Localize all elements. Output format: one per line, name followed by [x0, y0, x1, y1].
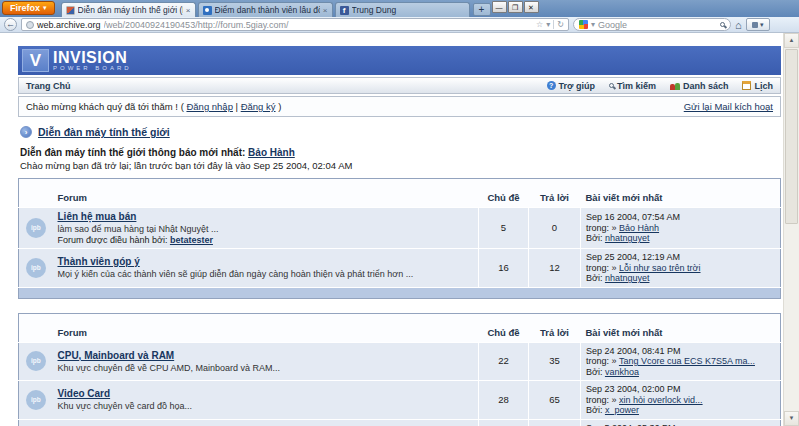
tab-diem-danh[interactable]: Điểm danh thành viên lâu đời nhất 5 giây… [198, 2, 333, 17]
close-button[interactable]: ✕ [524, 1, 539, 13]
tab-favicon [66, 6, 75, 15]
forum-description: Mọi ý kiến của các thành viên sẽ giúp di… [58, 269, 474, 279]
welcome-message: Chào mừng khách quý đã tới thăm ! ( [26, 101, 184, 112]
breadcrumb-home-link[interactable]: Trang Chủ [26, 81, 71, 91]
help-label: Trợ giúp [559, 81, 595, 91]
browser-navbar: ← web.archive.org /web/20040924190453/ht… [0, 17, 799, 33]
scroll-down-icon[interactable]: ▼ [784, 411, 799, 426]
forum-status-icon: ipb [26, 390, 46, 410]
by-label: Bởi: [586, 405, 602, 415]
in-label: trong: » [586, 395, 617, 405]
news-block: Diễn đàn máy tính thế giới thông báo mới… [18, 147, 781, 171]
home-icon[interactable]: ⌂ [735, 19, 742, 31]
forum-link[interactable]: CPU, Mainboard và RAM [58, 350, 175, 361]
login-link[interactable]: Đăng nhập [186, 101, 232, 112]
help-link[interactable]: ? Trợ giúp [547, 81, 595, 91]
last-post-date: Sep 5 2004, 05:36 PM [586, 423, 775, 426]
members-link[interactable]: Danh sách [670, 81, 729, 91]
search-engine-dropdown-icon[interactable]: ▾ [591, 20, 595, 29]
new-tab-button[interactable]: + [473, 3, 491, 16]
facebook-icon: f [340, 6, 349, 15]
forum-category-table-2: Forum Chủ đề Trả lời Bài viết mới nhất i… [18, 313, 781, 426]
search-link[interactable]: Tìm kiếm [609, 81, 656, 91]
tab-close-icon[interactable]: × [186, 6, 191, 15]
forum-link[interactable]: Thành viên góp ý [58, 256, 140, 267]
column-header-replies: Trả lời [529, 179, 581, 208]
window-controls: — ❐ ✕ [491, 1, 539, 13]
invision-v-icon: V [22, 49, 49, 72]
search-icon[interactable] [720, 22, 725, 27]
logo-tagline: POWER BOARD [53, 65, 132, 71]
search-icon [609, 83, 614, 88]
table-footer-bar [19, 287, 781, 298]
calendar-link[interactable]: Lịch [742, 81, 773, 91]
google-logo-icon[interactable] [579, 20, 588, 29]
last-post-date: Sep 24 2004, 08:41 PM [586, 346, 775, 357]
last-topic-link[interactable]: Lỗi như sao trên trời [619, 263, 700, 273]
last-post-date: Sep 25 2004, 12:19 AM [586, 252, 775, 263]
search-placeholder: Google [598, 20, 717, 30]
table-row: ipb Video Card Khu vực chuyên về card đồ… [19, 381, 781, 420]
forum-status-icon: ipb [26, 258, 46, 278]
bookmark-star-icon[interactable]: ☆ [536, 20, 543, 29]
moderator-link[interactable]: betatester [170, 235, 213, 245]
scrollbar-thumb[interactable] [785, 49, 798, 224]
last-post-date: Sep 16 2004, 07:54 AM [586, 212, 775, 223]
forum-description: làm sao để mua hàng tại Nhật Nguyệt ... [58, 224, 474, 234]
bookmarks-icon [752, 22, 758, 28]
last-poster-link[interactable]: nhatnguyet [605, 273, 650, 283]
forum-link[interactable]: Liên hệ mua bán [58, 211, 137, 222]
last-topic-link[interactable]: xin hỏi overlock vid... [619, 395, 703, 405]
divider [553, 20, 554, 29]
tab-title: Trung Dung [352, 5, 465, 15]
table-row: ipb Hỏi và Đáp Các vấn đề chung liên qua… [19, 419, 781, 426]
replies-count: 23 [529, 419, 581, 426]
last-topic-link[interactable]: Tang Vcore cua ECS K7S5A ma... [619, 356, 755, 366]
last-poster-link[interactable]: x_power [605, 405, 639, 415]
last-poster-link[interactable]: nhatnguyet [605, 233, 650, 243]
firefox-menu-label: Firefox [10, 3, 40, 13]
site-identity-icon[interactable] [26, 21, 34, 29]
help-icon: ? [547, 81, 556, 90]
url-dropdown-icon[interactable]: ▾ [546, 20, 550, 29]
topics-count: 28 [479, 381, 529, 420]
last-post-date: Sep 23 2004, 02:00 PM [586, 384, 775, 395]
tab-facebook[interactable]: f Trung Dung [335, 2, 470, 17]
forum-category-table-1: Forum Chủ đề Trả lời Bài viết mới nhất i… [18, 178, 781, 299]
chevron-down-icon: ▾ [43, 4, 47, 12]
maximize-button[interactable]: ❐ [508, 1, 523, 13]
replies-count: 0 [529, 208, 581, 249]
bookmarks-menu-button[interactable]: ▾ [746, 18, 770, 31]
invision-logo[interactable]: V INVISION POWER BOARD [22, 49, 132, 72]
scroll-up-icon[interactable]: ▲ [784, 33, 799, 48]
column-header-forum: Forum [53, 313, 479, 342]
table-row: ipb Thành viên góp ý Mọi ý kiến của các … [19, 249, 781, 288]
topics-count: 5 [479, 208, 529, 249]
moderator-label: Forum được điều hành bởi: [58, 235, 168, 245]
replies-count: 65 [529, 381, 581, 420]
search-input[interactable]: ▾ Google [573, 18, 731, 31]
last-topic-link[interactable]: Bảo Hành [619, 223, 659, 233]
url-host: web.archive.org [37, 20, 101, 30]
tab-close-icon[interactable]: × [323, 6, 328, 15]
column-header-lastpost: Bài viết mới nhất [581, 313, 781, 342]
news-label: Diễn đàn máy tính thế giới thông báo mới… [20, 147, 245, 158]
calendar-label: Lịch [754, 81, 773, 91]
topics-count: 16 [479, 249, 529, 288]
register-link[interactable]: Đăng ký [241, 101, 276, 112]
url-bar[interactable]: web.archive.org /web/20040924190453/http… [21, 18, 569, 31]
minimize-button[interactable]: — [492, 1, 507, 13]
board-home-link[interactable]: Diễn đàn máy tính thế giới [38, 126, 170, 138]
board-bullet-icon: › [20, 126, 32, 138]
resend-activation-link[interactable]: Gửi lại Mail kích hoạt [684, 101, 773, 112]
news-link[interactable]: Bảo Hành [248, 147, 295, 158]
firefox-menu-button[interactable]: Firefox ▾ [2, 1, 55, 15]
forum-status-icon: ipb [26, 351, 46, 371]
forum-link[interactable]: Video Card [58, 388, 111, 399]
last-poster-link[interactable]: vankhoa [605, 367, 639, 377]
calendar-icon [742, 81, 751, 90]
back-button[interactable]: ← [4, 18, 17, 31]
vertical-scrollbar[interactable]: ▲ ▼ [783, 33, 799, 426]
reload-icon[interactable]: ↻ [557, 20, 564, 29]
tab-forum-5giay[interactable]: Diễn đàn máy tính thế giới (Powered by I… [61, 2, 196, 17]
